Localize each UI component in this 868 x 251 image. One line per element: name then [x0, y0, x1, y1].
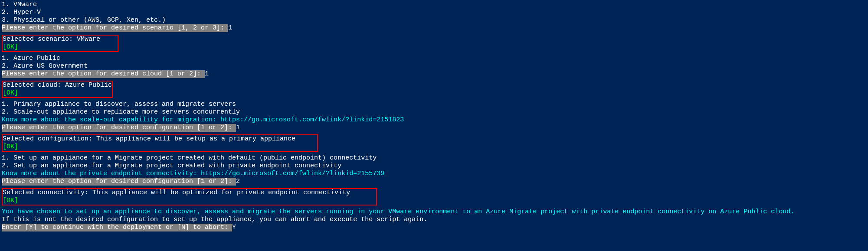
connectivity-know-more: Know more about the private endpoint con… — [2, 170, 866, 178]
summary-line-1: You have chosen to set up an appliance t… — [2, 208, 866, 216]
scenario-selected-box: Selected scenario: VMware [OK] — [2, 35, 118, 52]
scenario-prompt-line: Please enter the option for desired scen… — [2, 24, 866, 32]
config-option-2: 2. Scale-out appliance to replicate more… — [2, 108, 866, 116]
connectivity-selected: Selected connectivity: This appliance wi… — [3, 189, 376, 197]
scenario-option-1: 1. VMware — [2, 1, 866, 9]
scenario-prompt: Please enter the option for desired scen… — [2, 24, 228, 32]
connectivity-prompt: Please enter the option for desired conf… — [2, 178, 236, 186]
summary-line-2: If this is not the desired configuration… — [2, 216, 866, 224]
continue-input: Y — [232, 224, 236, 231]
connectivity-prompt-line: Please enter the option for desired conf… — [2, 178, 866, 186]
continue-prompt-line: Enter [Y] to continue with the deploymen… — [2, 224, 866, 231]
cloud-selected: Selected cloud: Azure Public — [3, 81, 112, 89]
config-ok: [OK] — [3, 143, 317, 151]
cloud-option-2: 2. Azure US Government — [2, 62, 866, 70]
continue-prompt: Enter [Y] to continue with the deploymen… — [2, 224, 232, 231]
config-prompt: Please enter the option for desired conf… — [2, 124, 236, 132]
scenario-option-2: 2. Hyper-V — [2, 9, 866, 16]
scenario-selected: Selected scenario: VMware — [3, 36, 118, 43]
cloud-prompt-line: Please enter the option for desired clou… — [2, 70, 866, 78]
config-input: 1 — [236, 124, 240, 131]
cloud-option-1: 1. Azure Public — [2, 55, 866, 62]
config-option-1: 1. Primary appliance to discover, assess… — [2, 101, 866, 108]
cloud-input: 1 — [205, 70, 209, 78]
cloud-prompt: Please enter the option for desired clou… — [2, 70, 205, 78]
cloud-ok: [OK] — [3, 89, 112, 97]
config-selected: Selected configuration: This appliance w… — [3, 135, 317, 143]
connectivity-option-1: 1. Set up an appliance for a Migrate pro… — [2, 154, 866, 162]
terminal-output[interactable]: 1. VMware 2. Hyper-V 3. Physical or othe… — [0, 0, 868, 232]
connectivity-ok: [OK] — [3, 197, 376, 205]
connectivity-option-2: 2. Set up an appliance for a Migrate pro… — [2, 162, 866, 170]
connectivity-selected-box: Selected connectivity: This appliance wi… — [2, 188, 377, 205]
config-know-more: Know more about the scale-out capability… — [2, 116, 866, 124]
connectivity-input: 2 — [236, 178, 240, 185]
cloud-selected-box: Selected cloud: Azure Public [OK] — [2, 81, 113, 98]
config-selected-box: Selected configuration: This appliance w… — [2, 134, 318, 152]
scenario-input: 1 — [228, 24, 232, 32]
config-prompt-line: Please enter the option for desired conf… — [2, 124, 866, 132]
scenario-option-3: 3. Physical or other (AWS, GCP, Xen, etc… — [2, 16, 866, 24]
scenario-ok: [OK] — [3, 43, 118, 51]
